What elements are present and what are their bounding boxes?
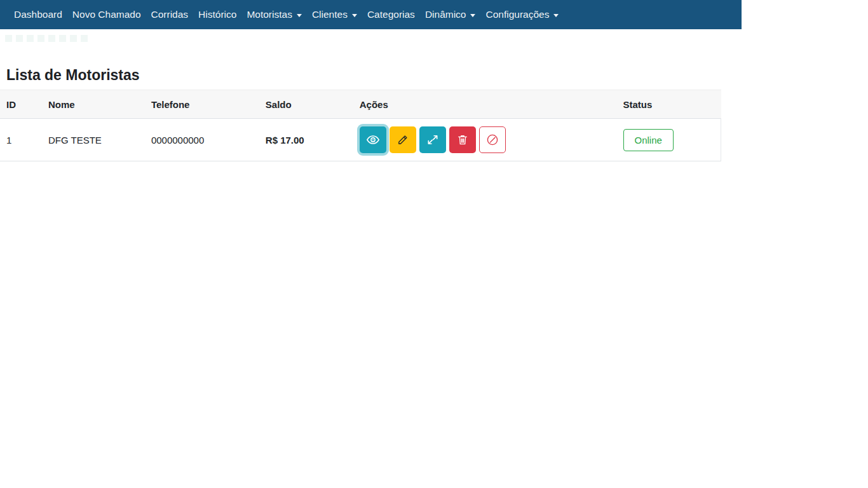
column-header-status: Status <box>617 90 721 119</box>
cell-nome: DFG TESTE <box>42 119 145 161</box>
nav-item-categorias[interactable]: Categorias <box>362 0 420 29</box>
cell-acoes <box>353 119 617 161</box>
chevron-down-icon <box>297 14 302 17</box>
cell-status: Online <box>617 119 721 161</box>
cell-saldo: R$ 17.00 <box>259 119 353 161</box>
nav-item-configuracoes[interactable]: Configurações <box>480 0 564 29</box>
actions-group <box>360 126 611 153</box>
table-header-row: ID Nome Telefone Saldo Ações Status <box>0 90 721 119</box>
nav-item-label: Categorias <box>367 0 415 29</box>
column-header-telefone: Telefone <box>145 90 259 119</box>
column-header-nome: Nome <box>42 90 145 119</box>
nav-item-label: Dinâmico <box>425 0 466 29</box>
column-header-acoes: Ações <box>353 90 617 119</box>
nav-item-clientes[interactable]: Clientes <box>307 0 362 29</box>
page-title: Lista de Motoristas <box>6 65 868 85</box>
nav-item-label: Clientes <box>312 0 348 29</box>
edit-button[interactable] <box>390 126 416 153</box>
cell-id: 1 <box>0 119 42 161</box>
delete-button[interactable] <box>449 126 476 153</box>
cell-telefone: 0000000000 <box>145 119 259 161</box>
column-header-id: ID <box>0 90 42 119</box>
nav-item-corridas[interactable]: Corridas <box>146 0 194 29</box>
status-button[interactable]: Online <box>623 129 674 151</box>
chevron-down-icon <box>553 14 559 17</box>
trash-icon <box>456 133 469 146</box>
table-row: 1 DFG TESTE 0000000000 R$ 17.00 <box>0 119 721 161</box>
nav-item-label: Corridas <box>151 0 189 29</box>
chevron-down-icon <box>470 14 475 17</box>
nav-item-novo-chamado[interactable]: Novo Chamado <box>67 0 146 29</box>
nav-item-dinamico[interactable]: Dinâmico <box>420 0 481 29</box>
slash-circle-icon <box>485 133 499 147</box>
nav-item-label: Novo Chamado <box>72 0 141 29</box>
expand-button[interactable] <box>419 126 446 153</box>
nav-item-dashboard[interactable]: Dashboard <box>9 0 67 29</box>
eye-icon <box>366 133 380 147</box>
block-button[interactable] <box>479 126 506 153</box>
motoristas-table: ID Nome Telefone Saldo Ações Status 1 DF… <box>0 90 721 161</box>
arrows-expand-icon <box>426 133 439 146</box>
nav-item-label: Dashboard <box>14 0 62 29</box>
nav-item-motoristas[interactable]: Motoristas <box>241 0 307 29</box>
pencil-icon <box>397 133 409 146</box>
nav-item-historico[interactable]: Histórico <box>193 0 241 29</box>
nav-item-label: Motoristas <box>247 0 292 29</box>
view-button[interactable] <box>360 126 386 153</box>
nav-item-label: Histórico <box>198 0 236 29</box>
chevron-down-icon <box>352 14 357 17</box>
top-navbar: Dashboard Novo Chamado Corridas Históric… <box>0 0 742 29</box>
column-header-saldo: Saldo <box>259 90 353 119</box>
nav-item-label: Configurações <box>485 0 549 29</box>
faded-placeholder-dots <box>5 35 868 42</box>
